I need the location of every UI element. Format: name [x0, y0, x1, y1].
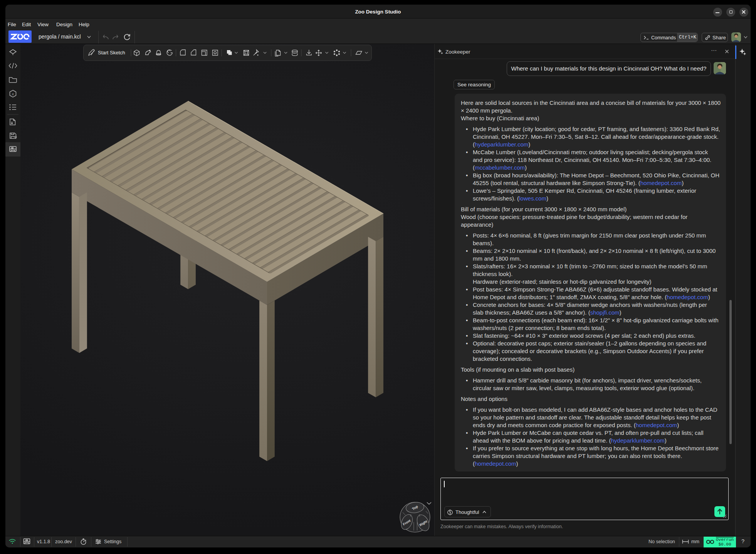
svg-text:x: x — [12, 91, 14, 96]
